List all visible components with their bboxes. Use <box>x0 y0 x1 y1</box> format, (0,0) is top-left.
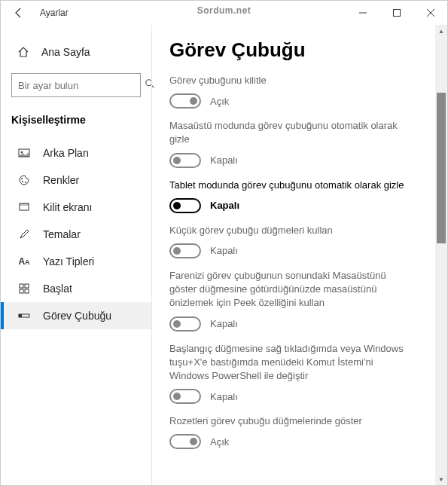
toggle-state-label: Açık <box>210 96 229 107</box>
back-button[interactable] <box>1 1 37 25</box>
toggle-row: Kapalı <box>169 153 438 168</box>
palette-icon <box>17 174 31 186</box>
sidebar-item-label: Arka Plan <box>43 147 89 159</box>
scroll-down-icon[interactable]: ▼ <box>435 473 447 485</box>
home-link[interactable]: Ana Sayfa <box>1 40 151 64</box>
toggle-switch[interactable] <box>169 153 201 168</box>
toggle-state-label: Kapalı <box>210 318 238 329</box>
setting-label: Küçük görev çubuğu düğmeleri kullan <box>169 224 410 237</box>
lockscreen-icon <box>17 201 31 213</box>
toggle-row: Açık <box>169 434 438 449</box>
brush-icon <box>17 228 31 240</box>
taskbar-icon <box>17 310 31 322</box>
scrollbar[interactable]: ▲ ▼ <box>435 25 447 485</box>
main-panel: Görev Çubuğu Görev çubuğunu kilitleAçıkM… <box>151 25 447 485</box>
setting-label: Görev çubuğunu kilitle <box>169 74 410 87</box>
toggle-state-label: Kapalı <box>210 391 238 402</box>
search-box[interactable] <box>11 73 141 97</box>
toggle-state-label: Kapalı <box>210 245 238 256</box>
toggle-switch[interactable] <box>169 243 201 258</box>
setting-label: Tablet modunda görev çubuğunu otomatik o… <box>169 179 410 192</box>
toggle-row: Açık <box>169 93 438 109</box>
sidebar-item-colors[interactable]: Renkler <box>1 167 151 194</box>
toggle-switch[interactable] <box>169 389 201 404</box>
sidebar-item-label: Temalar <box>43 228 81 240</box>
toggle-row: Kapalı <box>169 389 438 404</box>
sidebar-item-fonts[interactable]: AA Yazı Tipleri <box>1 248 151 275</box>
setting-label: Masaüstü modunda görev çubuğunu otomatik… <box>169 119 410 146</box>
page-title: Görev Çubuğu <box>169 38 438 62</box>
toggle-row: Kapalı <box>169 316 438 332</box>
setting-label: Rozetleri görev çubuğu düğmelerinde göst… <box>169 414 410 428</box>
scroll-up-icon[interactable]: ▲ <box>435 25 447 37</box>
svg-rect-13 <box>20 284 23 288</box>
toggle-row: Kapalı <box>169 198 438 213</box>
toggle-switch[interactable] <box>169 316 201 332</box>
window-title: Ayarlar <box>37 8 346 18</box>
sidebar: Ana Sayfa Kişiselleştirme Arka Plan Renk… <box>1 25 151 485</box>
sidebar-item-label: Kilit ekranı <box>43 201 92 213</box>
toggle-row: Kapalı <box>169 243 438 258</box>
svg-rect-14 <box>25 284 29 288</box>
start-icon <box>17 283 31 295</box>
sidebar-item-label: Görev Çubuğu <box>43 310 111 322</box>
svg-rect-12 <box>20 203 29 206</box>
svg-point-10 <box>25 182 26 183</box>
sidebar-item-background[interactable]: Arka Plan <box>1 139 151 167</box>
sidebar-item-label: Yazı Tipleri <box>43 255 94 267</box>
titlebar: Ayarlar <box>1 1 447 25</box>
sidebar-item-label: Renkler <box>43 174 79 186</box>
maximize-button[interactable] <box>379 1 413 25</box>
picture-icon <box>17 147 31 159</box>
toggle-state-label: Kapalı <box>210 154 238 166</box>
sidebar-item-start[interactable]: Başlat <box>1 275 151 302</box>
toggle-switch[interactable] <box>169 198 201 213</box>
toggle-state-label: Açık <box>210 436 229 448</box>
svg-rect-15 <box>20 289 23 293</box>
sidebar-item-lockscreen[interactable]: Kilit ekranı <box>1 194 151 221</box>
window-controls <box>346 1 447 25</box>
section-header: Kişiselleştirme <box>1 111 151 139</box>
setting-label: Farenizi görev çubuğunun sonundaki Masaü… <box>169 269 410 310</box>
minimize-button[interactable] <box>346 1 379 25</box>
scrollbar-thumb[interactable] <box>437 93 446 243</box>
toggle-switch[interactable] <box>169 93 201 109</box>
home-icon <box>17 46 29 58</box>
sidebar-item-label: Başlat <box>43 283 72 295</box>
setting-label: Başlangıç düğmesine sağ tıkladığımda vey… <box>169 342 410 384</box>
svg-point-7 <box>21 151 23 153</box>
svg-rect-1 <box>393 10 400 17</box>
sidebar-item-themes[interactable]: Temalar <box>1 221 151 248</box>
sidebar-item-taskbar[interactable]: Görev Çubuğu <box>1 302 151 329</box>
font-icon: AA <box>17 256 31 267</box>
close-button[interactable] <box>413 1 447 25</box>
svg-rect-18 <box>19 314 22 317</box>
toggle-state-label: Kapalı <box>210 200 239 211</box>
svg-point-9 <box>22 181 23 182</box>
svg-point-8 <box>21 178 23 179</box>
svg-rect-16 <box>25 289 29 293</box>
toggle-switch[interactable] <box>169 434 201 449</box>
search-input[interactable] <box>18 80 145 91</box>
home-label: Ana Sayfa <box>41 46 90 58</box>
